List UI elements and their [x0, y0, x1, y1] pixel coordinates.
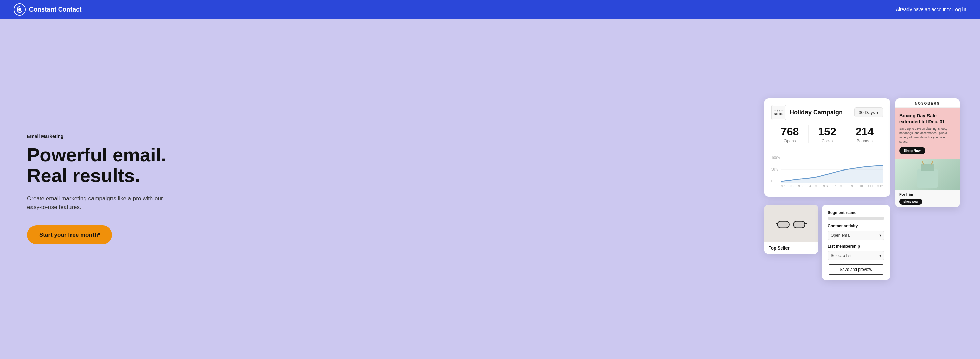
campaign-title: Holiday Campaign [789, 109, 843, 116]
svg-rect-13 [917, 169, 938, 188]
email-shop-now-button-2[interactable]: Shop Now [899, 199, 923, 205]
chart-svg-wrapper [781, 156, 883, 183]
left-cards-column: ✦✦✦✦ SORF Holiday Campaign 30 Days ▾ [764, 98, 890, 280]
list-membership-label: List membership [827, 244, 885, 249]
login-link[interactable]: Log in [952, 7, 966, 12]
svg-rect-9 [793, 221, 805, 228]
opens-number: 768 [771, 125, 808, 138]
line-chart-svg [781, 156, 883, 183]
svg-line-16 [932, 161, 933, 164]
segment-name-label: Segment name [827, 210, 885, 215]
email-product-section: For him Shop Now [895, 190, 960, 207]
product-card: Top Seller [764, 205, 818, 254]
hero-cta-button[interactable]: Start your free month* [27, 225, 112, 244]
chevron-down-icon: ▾ [879, 253, 881, 258]
contact-activity-label: Contact activity [827, 224, 885, 228]
chart-x-labels: 9-1 9-2 9-3 9-4 9-5 9-6 9-7 9-8 9-9 9-10… [781, 184, 883, 188]
constant-contact-logo-icon [14, 3, 26, 16]
stat-clicks: 152 Clicks [808, 125, 846, 144]
hero-subtext: Create email marketing campaigns like a … [27, 194, 169, 212]
email-preview-card: NOSOBERG Boxing Day Sale extended till D… [895, 98, 960, 208]
svg-rect-14 [921, 164, 934, 171]
days-filter-badge[interactable]: 30 Days ▾ [854, 107, 883, 117]
nosoberg-logo-text: NOSOBERG [915, 102, 940, 105]
analytics-brand: ✦✦✦✦ SORF Holiday Campaign [771, 105, 843, 120]
bag-illustration [914, 161, 941, 190]
hero-section: Email Marketing Powerful email. Real res… [0, 19, 980, 359]
svg-point-1 [18, 8, 21, 11]
hero-eyebrow: Email Marketing [27, 134, 203, 139]
page-header: Constant Contact Already have an account… [0, 0, 980, 19]
svg-rect-8 [778, 221, 789, 228]
analytics-card: ✦✦✦✦ SORF Holiday Campaign 30 Days ▾ [764, 98, 890, 196]
contact-activity-field: Contact activity Open email ▾ [827, 224, 885, 240]
product-image [764, 205, 818, 242]
email-preview-banner: Boxing Day Sale extended till Dec. 31 Sa… [895, 108, 960, 160]
chart-y-labels: 100% 50% 0 [771, 156, 780, 183]
sorf-logo: ✦✦✦✦ SORF [771, 105, 786, 120]
email-preview-product: For him Shop Now [895, 159, 960, 207]
right-cards-column: NOSOBERG Boxing Day Sale extended till D… [895, 98, 960, 208]
svg-text:✦✦✦✦: ✦✦✦✦ [774, 110, 783, 112]
segment-name-field: Segment name [827, 210, 885, 220]
chart-area: 100% 50% 0 9-1 [771, 156, 883, 190]
clicks-label: Clicks [808, 139, 845, 144]
stat-bounces: 214 Bounces [846, 125, 883, 144]
svg-text:SORF: SORF [774, 112, 783, 116]
chevron-down-icon: ▾ [876, 110, 879, 115]
bounces-number: 214 [846, 125, 883, 138]
hero-heading: Powerful email. Real results. [27, 144, 203, 186]
email-preview-header: NOSOBERG [895, 98, 960, 108]
bounces-label: Bounces [846, 139, 883, 144]
segment-name-input[interactable] [827, 217, 885, 220]
cards-area: ✦✦✦✦ SORF Holiday Campaign 30 Days ▾ [764, 98, 960, 280]
login-area: Already have an account? Log in [896, 6, 966, 13]
glasses-image [776, 215, 807, 232]
product-label: Top Seller [764, 242, 818, 254]
contact-activity-select[interactable]: Open email ▾ [827, 231, 885, 240]
analytics-stats: 768 Opens 152 Clicks 214 Bounces [771, 125, 883, 149]
svg-line-15 [922, 161, 923, 164]
email-product-label: For him [899, 192, 956, 196]
email-shop-now-button-1[interactable]: Shop Now [899, 147, 926, 154]
stat-opens: 768 Opens [771, 125, 808, 144]
logo-text: Constant Contact [29, 6, 82, 13]
chevron-down-icon: ▾ [879, 233, 881, 238]
list-membership-field: List membership Select a list ▾ [827, 244, 885, 260]
logo-container[interactable]: Constant Contact [14, 3, 82, 16]
email-product-image [895, 159, 960, 190]
save-preview-button[interactable]: Save and preview [827, 265, 885, 274]
list-membership-select[interactable]: Select a list ▾ [827, 251, 885, 260]
bottom-cards-row: Top Seller Segment name Contact activity… [764, 205, 890, 280]
email-banner-heading: Boxing Day Sale extended till Dec. 31 [899, 113, 956, 125]
opens-label: Opens [771, 139, 808, 144]
clicks-number: 152 [808, 125, 845, 138]
hero-content: Email Marketing Powerful email. Real res… [27, 134, 203, 245]
email-banner-subtext: Save up to 25% on clothing, shoes, handb… [899, 127, 956, 144]
login-prompt: Already have an account? [896, 7, 951, 12]
segment-card: Segment name Contact activity Open email… [822, 205, 890, 280]
